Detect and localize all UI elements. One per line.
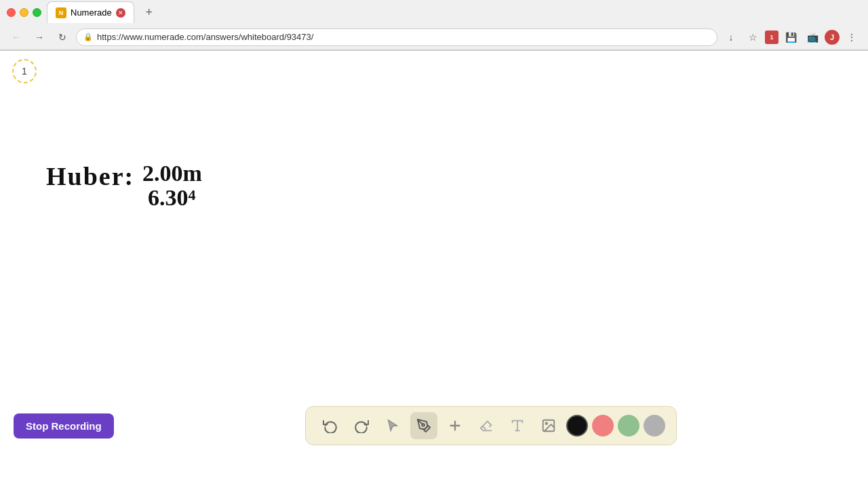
new-tab-btn[interactable]: + <box>140 3 159 22</box>
nav-right-icons: ↓ ☆ 1 💾 📺 J ⋮ <box>722 28 861 47</box>
close-window-btn[interactable] <box>7 8 16 17</box>
eraser-icon <box>479 418 494 433</box>
color-gray[interactable] <box>644 415 665 436</box>
bookmark-btn[interactable]: ☆ <box>743 28 762 47</box>
redo-button[interactable] <box>348 412 375 439</box>
slide-number: 1 <box>22 66 27 77</box>
save-btn[interactable]: 💾 <box>781 28 800 47</box>
address-text: https://www.numerade.com/answers/whitebo… <box>97 32 313 42</box>
slide-badge: 1 <box>12 59 37 83</box>
select-button[interactable] <box>379 412 406 439</box>
svg-text:6.304: 6.304 <box>148 185 196 210</box>
title-bar: N Numerade ✕ + <box>0 0 868 24</box>
svg-point-10 <box>545 422 547 424</box>
menu-btn[interactable]: ⋮ <box>842 28 861 47</box>
address-bar[interactable]: 🔒 https://www.numerade.com/answers/white… <box>76 28 717 46</box>
profile-btn[interactable]: J <box>825 30 840 45</box>
tab-close-btn[interactable]: ✕ <box>116 8 125 18</box>
forward-btn[interactable]: → <box>30 28 49 47</box>
drawing-toolbar <box>305 406 677 445</box>
back-btn[interactable]: ← <box>7 28 26 47</box>
extension-btn[interactable]: 1 <box>765 30 778 44</box>
cursor-icon <box>385 418 400 433</box>
active-tab[interactable]: N Numerade ✕ <box>47 1 134 23</box>
svg-line-6 <box>482 426 486 430</box>
browser-chrome: N Numerade ✕ + ← → ↻ 🔒 https://www.numer… <box>0 0 868 51</box>
bottom-toolbar: Stop Recording <box>0 402 868 449</box>
tab-title: Numerade <box>71 7 112 18</box>
page-content: 1 Huber: 2.00m 6.304 Stop Recording <box>0 51 868 449</box>
redo-icon <box>354 418 369 433</box>
text-icon <box>510 418 525 433</box>
lock-icon: 🔒 <box>83 33 93 41</box>
minimize-window-btn[interactable] <box>20 8 28 17</box>
pen-icon <box>416 418 431 433</box>
color-pink[interactable] <box>592 415 614 436</box>
add-button[interactable] <box>441 412 469 439</box>
stop-recording-button[interactable]: Stop Recording <box>14 413 114 439</box>
undo-button[interactable] <box>317 412 344 439</box>
svg-point-3 <box>422 424 425 426</box>
svg-text:2.00m: 2.00m <box>142 161 202 186</box>
color-green[interactable] <box>618 415 639 436</box>
reload-btn[interactable]: ↻ <box>53 28 72 47</box>
nav-bar: ← → ↻ 🔒 https://www.numerade.com/answers… <box>0 24 868 50</box>
plus-icon <box>448 418 462 433</box>
downloads-btn[interactable]: ↓ <box>722 28 741 47</box>
cast-btn[interactable]: 📺 <box>803 28 822 47</box>
undo-icon <box>323 418 338 433</box>
tab-favicon: N <box>56 7 66 18</box>
eraser-button[interactable] <box>473 412 500 439</box>
text-button[interactable] <box>504 412 531 439</box>
whiteboard-canvas[interactable]: Huber: 2.00m 6.304 <box>0 51 868 449</box>
traffic-lights <box>7 8 41 17</box>
pen-button[interactable] <box>410 412 437 439</box>
fullscreen-window-btn[interactable] <box>33 8 41 17</box>
color-black[interactable] <box>566 415 588 436</box>
image-icon <box>541 418 556 433</box>
image-button[interactable] <box>535 412 562 439</box>
svg-text:Huber:: Huber: <box>46 162 134 190</box>
